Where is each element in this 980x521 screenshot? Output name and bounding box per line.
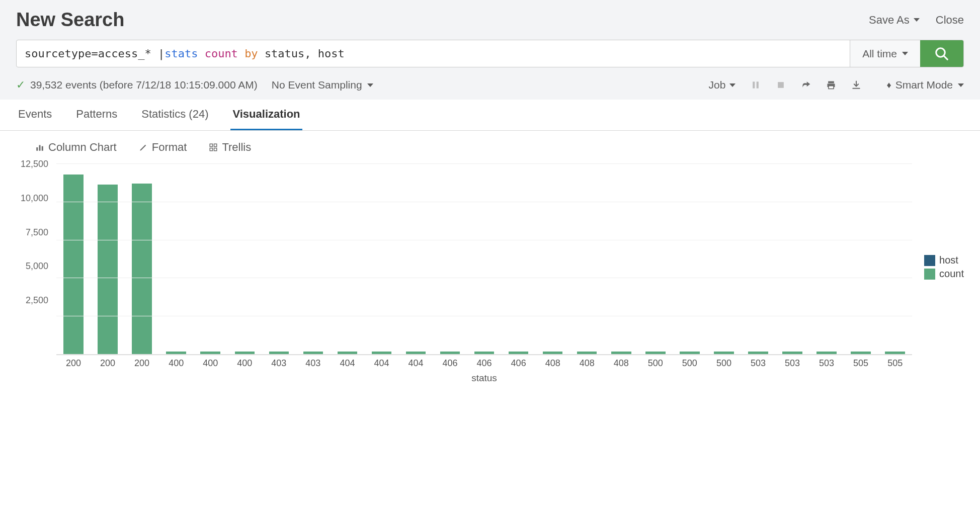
print-icon [826,80,836,90]
x-tick-label: 505 [878,355,912,369]
svg-rect-8 [36,147,38,151]
close-label: Close [936,14,964,27]
caret-down-icon [902,52,908,55]
sampling-label: No Event Sampling [272,79,362,91]
pause-button[interactable] [751,80,761,90]
save-as-label: Save As [869,14,910,27]
legend-item-host[interactable]: host [924,254,964,266]
svg-line-1 [944,55,948,59]
stop-icon [776,80,786,90]
x-tick-label: 503 [775,355,809,369]
save-as-button[interactable]: Save As [869,14,920,27]
search-icon [934,46,949,61]
bar[interactable] [98,185,117,355]
tab-statistics[interactable]: Statistics (24) [139,100,210,130]
chart-type-selector[interactable]: Column Chart [35,141,117,154]
svg-rect-9 [39,145,41,151]
x-tick-label: 200 [91,355,125,369]
x-tick-label: 200 [56,355,91,369]
svg-rect-13 [210,148,213,151]
y-tick-label: 10,000 [21,193,48,203]
close-button[interactable]: Close [936,14,964,27]
share-button[interactable] [801,80,811,90]
format-button[interactable]: Format [139,141,187,154]
x-tick-label: 408 [570,355,604,369]
caret-down-icon [914,18,920,22]
x-tick-label: 505 [844,355,878,369]
smart-mode-dropdown[interactable]: ♦ Smart Mode [886,79,964,91]
x-tick-label: 408 [604,355,638,369]
bar[interactable] [132,184,151,355]
legend-swatch-host [924,255,935,266]
pencil-icon [139,143,148,152]
svg-rect-12 [214,144,217,146]
legend-label-host: host [939,254,958,266]
search-button[interactable] [920,40,963,67]
x-tick-label: 500 [673,355,707,369]
caret-down-icon [367,83,373,87]
x-tick-label: 404 [330,355,364,369]
legend-swatch-count [924,269,935,280]
x-tick-label: 503 [741,355,775,369]
x-tick-label: 403 [262,355,296,369]
result-tabs: Events Patterns Statistics (24) Visualiz… [0,100,980,131]
svg-rect-3 [757,81,759,88]
search-input[interactable]: sourcetype=access_* |stats count by stat… [17,40,850,67]
x-tick-label: 200 [125,355,159,369]
x-tick-label: 503 [809,355,844,369]
trellis-icon [209,143,218,152]
bulb-icon: ♦ [886,80,891,91]
x-tick-label: 400 [159,355,193,369]
x-tick-label: 403 [296,355,330,369]
chart-type-label: Column Chart [48,141,117,154]
trellis-button[interactable]: Trellis [209,141,251,154]
caret-down-icon [729,83,736,87]
x-tick-label: 408 [536,355,570,369]
tab-events[interactable]: Events [16,100,54,130]
job-label: Job [709,79,726,91]
legend: host count [924,254,964,282]
download-button[interactable] [851,80,861,90]
x-tick-label: 406 [467,355,502,369]
download-icon [851,80,861,90]
stop-button[interactable] [776,80,786,90]
svg-rect-5 [829,81,835,83]
svg-rect-7 [829,86,834,89]
svg-rect-2 [753,81,755,88]
trellis-label: Trellis [222,141,251,154]
x-tick-label: 406 [433,355,467,369]
x-tick-label: 400 [227,355,262,369]
x-tick-label: 404 [398,355,433,369]
tab-patterns[interactable]: Patterns [74,100,119,130]
svg-rect-14 [214,148,217,151]
x-tick-label: 400 [193,355,227,369]
time-range-picker[interactable]: All time [850,40,920,67]
svg-rect-11 [210,144,213,146]
print-button[interactable] [826,80,836,90]
caret-down-icon [958,83,964,87]
page-title: New Search [16,9,124,31]
y-tick-label: 12,500 [21,159,48,169]
events-count-text: 39,532 events (before 7/12/18 10:15:09.0… [30,79,258,91]
svg-rect-10 [42,146,43,151]
svg-rect-4 [778,82,784,88]
y-tick-label: 2,500 [26,295,48,306]
x-tick-label: 406 [502,355,536,369]
smart-mode-label: Smart Mode [895,79,953,91]
column-chart-icon [35,143,44,152]
event-sampling-dropdown[interactable]: No Event Sampling [272,79,373,91]
x-tick-label: 500 [638,355,673,369]
tab-visualization[interactable]: Visualization [230,100,302,130]
x-axis-title: status [56,373,912,384]
legend-item-count[interactable]: count [924,268,964,280]
job-dropdown[interactable]: Job [709,79,736,91]
share-icon [801,80,811,90]
checkmark-icon: ✓ [16,78,25,92]
format-label: Format [152,141,187,154]
x-tick-label: 404 [364,355,398,369]
pause-icon [751,80,761,90]
chart: 2,5005,0007,50010,00012,500 200200200400… [16,164,912,384]
y-tick-label: 7,500 [26,227,48,237]
y-tick-label: 5,000 [26,261,48,272]
x-tick-label: 500 [707,355,741,369]
